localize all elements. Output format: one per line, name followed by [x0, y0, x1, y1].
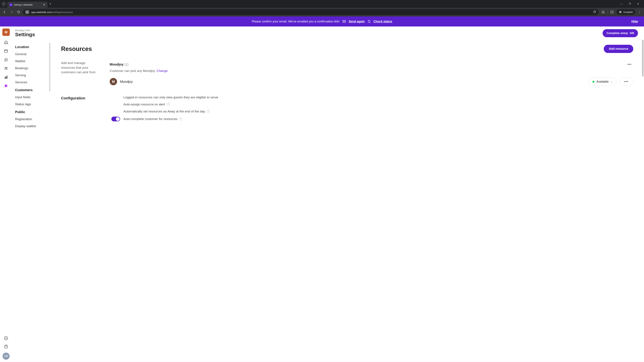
svg-point-3 [619, 12, 620, 13]
help-icon[interactable]: ? [167, 103, 170, 106]
help-icon[interactable]: ? [207, 110, 210, 113]
settings-gear-icon[interactable] [4, 83, 8, 88]
people-icon[interactable] [4, 66, 8, 71]
sidebar-item-input-fields[interactable]: Input fields [15, 94, 50, 101]
sidebar-heading-customers: Customers [15, 88, 50, 92]
sidepanel-icon[interactable] [610, 10, 614, 14]
change-link[interactable]: Change [157, 69, 168, 72]
browser-toolbar: app.waitwhile.com/settings/resources Inc… [0, 8, 644, 16]
resource-group-header: Moodjoy (1) ••• [110, 61, 633, 68]
url-text: app.waitwhile.com/settings/resources [31, 11, 591, 13]
svg-point-15 [6, 67, 8, 68]
resource-name: Moodjoy [120, 80, 133, 84]
sidebar-item-general[interactable]: General [15, 51, 50, 58]
nav-reload-button[interactable] [16, 9, 22, 15]
status-dot-icon [592, 81, 594, 83]
app-body: M [0, 26, 644, 362]
home-icon[interactable] [4, 40, 8, 44]
svg-point-14 [5, 67, 6, 68]
svg-point-4 [620, 12, 621, 13]
window-minimize-button[interactable]: ― [619, 2, 624, 5]
status-dropdown[interactable]: Available ⌄ [589, 77, 616, 86]
chat-icon[interactable] [4, 57, 8, 62]
left-rail: M [0, 26, 12, 362]
config-row: Auto-complete customer for resources ? [111, 117, 633, 121]
sidebar-heading-public: Public [15, 110, 50, 114]
lightning-icon[interactable] [4, 336, 8, 341]
check-status-link[interactable]: Check status [374, 20, 392, 23]
close-tab-icon[interactable]: ✕ [42, 3, 46, 6]
banner-text: Please confirm your email. We've emailed… [252, 20, 340, 23]
main-title: Resources [61, 45, 92, 52]
setup-count: 6/8 [630, 31, 634, 35]
page-title: Settings [15, 32, 35, 37]
tab-strip: Settings | Waitwhile ✕ + ― ❐ ✕ [0, 0, 644, 8]
status-label: Available [596, 80, 608, 83]
help-icon[interactable] [4, 344, 8, 349]
setup-label: Complete setup [606, 31, 628, 35]
main-content[interactable]: Resources Add resource Add and manage re… [50, 40, 644, 362]
svg-rect-16 [5, 77, 5, 78]
svg-point-0 [28, 12, 28, 13]
extensions-icon[interactable] [602, 10, 605, 14]
tabs-dropdown-button[interactable] [1, 1, 6, 6]
config-label: Automatically set resources as Away at t… [124, 110, 210, 113]
refresh-icon [368, 20, 371, 23]
config-row: Automatically set resources as Away at t… [111, 110, 633, 113]
browser-menu-icon[interactable]: ⋮ [638, 10, 641, 14]
mail-icon [342, 19, 346, 23]
org-name: Moodjoy7434 [15, 29, 35, 32]
window-maximize-button[interactable]: ❐ [627, 2, 632, 5]
svg-rect-1 [611, 11, 613, 13]
calendar-icon[interactable] [4, 49, 8, 53]
config-label: Logged-in resources can only view guests… [124, 95, 218, 99]
window-controls: ― ❐ ✕ [619, 2, 643, 5]
config-row: Auto-assign resource on alert ? [111, 103, 633, 106]
user-avatar[interactable]: LD [2, 353, 10, 360]
sidebar-item-serving[interactable]: Serving [15, 72, 50, 79]
complete-setup-button[interactable]: Complete setup 6/8 [602, 29, 638, 37]
page-header: Moodjoy7434 Settings Complete setup 6/8 [12, 26, 644, 40]
section-description: Add and manage resources that your custo… [61, 61, 100, 86]
content-row: Location General Waitlist Bookings Servi… [12, 40, 644, 362]
group-more-button[interactable]: ••• [626, 61, 633, 68]
email-confirm-banner: Please confirm your email. We've emailed… [0, 16, 644, 26]
toggle-switch[interactable] [111, 117, 120, 121]
resource-group-subtext: Customer can pick any Moodjoy. Change [110, 69, 633, 73]
address-bar[interactable]: app.waitwhile.com/settings/resources [23, 9, 599, 15]
nav-back-button[interactable] [2, 9, 8, 15]
send-again-link[interactable]: Send again [349, 20, 365, 23]
svg-rect-7 [4, 50, 8, 52]
config-label: Auto-assign resource on alert ? [124, 103, 170, 106]
hide-banner-link[interactable]: Hide [632, 20, 638, 23]
incognito-chip[interactable]: Incognito [616, 9, 635, 15]
toolbar-actions: Incognito ⋮ [600, 9, 642, 15]
sidebar-item-registration[interactable]: Registration [15, 116, 50, 123]
site-settings-icon[interactable] [25, 10, 29, 14]
resource-more-button[interactable]: ••• [620, 77, 633, 86]
svg-point-23 [6, 347, 6, 348]
help-icon[interactable]: ? [179, 117, 182, 120]
sidebar-item-display-waitlist[interactable]: Display waitlist [15, 123, 50, 130]
svg-rect-18 [7, 76, 8, 78]
sidebar-item-services[interactable]: Services [15, 79, 50, 86]
workspace: Moodjoy7434 Settings Complete setup 6/8 … [12, 26, 644, 362]
resource-avatar: M [110, 78, 117, 85]
sidebar-item-bookings[interactable]: Bookings [15, 65, 50, 72]
nav-forward-button [9, 9, 14, 15]
bookmark-star-icon[interactable] [593, 10, 596, 14]
add-resource-button[interactable]: Add resource [604, 45, 633, 53]
sidebar-item-waitlist[interactable]: Waitlist [15, 58, 50, 65]
org-avatar[interactable]: M [2, 28, 10, 36]
main-header: Resources Add resource [61, 45, 633, 53]
configuration-section: Configuration Logged-in resources can on… [61, 95, 633, 121]
sidebar-item-status-tags[interactable]: Status tags [15, 101, 50, 108]
browser-tab[interactable]: Settings | Waitwhile ✕ [8, 2, 48, 8]
resource-item: M Moodjoy Available ⌄ ••• [110, 77, 633, 86]
settings-sidebar[interactable]: Location General Waitlist Bookings Servi… [12, 40, 50, 362]
incognito-label: Incognito [623, 11, 633, 13]
analytics-icon[interactable] [4, 75, 8, 79]
window-close-button[interactable]: ✕ [636, 2, 641, 5]
new-tab-button[interactable]: + [48, 2, 53, 6]
svg-rect-6 [343, 20, 346, 23]
